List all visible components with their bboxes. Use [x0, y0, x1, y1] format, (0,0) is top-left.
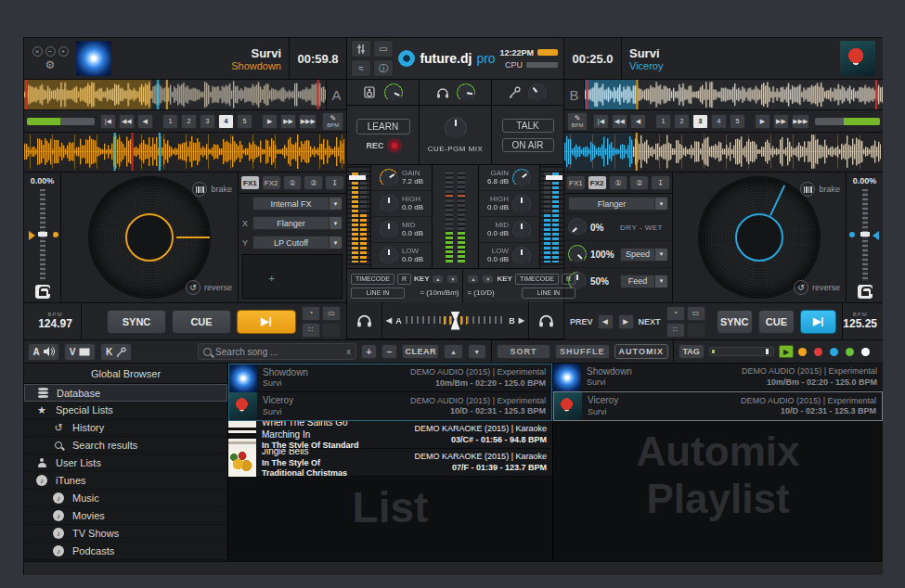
deck-b-time[interactable]: 00:25.0	[564, 38, 622, 79]
deck-b-rewind-button[interactable]: ◀◀	[612, 114, 627, 129]
deck-b-line-in-button[interactable]: LINE IN	[522, 288, 575, 299]
karaoke-mode-button[interactable]: K	[100, 343, 132, 361]
deck-a-timecode-button[interactable]: TIMECODE	[351, 274, 394, 285]
move-down-button[interactable]: ▼	[468, 344, 486, 359]
deck-b-overview-waveform[interactable]	[585, 80, 883, 109]
channel-b-high-knob[interactable]	[512, 195, 531, 213]
maximize-icon[interactable]: +	[58, 46, 69, 57]
deck-b-fx-slot1-tab[interactable]: ①	[609, 175, 628, 190]
deck-a-fx-slot1-tab[interactable]: ①	[283, 175, 303, 190]
deck-a-fx-xy-pad[interactable]: +	[242, 254, 343, 299]
deck-a-pitch-lock-icon[interactable]	[35, 285, 50, 299]
deck-a-fx2-tab[interactable]: FX2	[262, 175, 281, 190]
deck-b-key-up-button[interactable]: ▲	[467, 275, 479, 284]
screen-icon[interactable]: ▭	[687, 306, 705, 321]
deck-b-key-down-button[interactable]: ▼	[482, 275, 494, 284]
move-up-button[interactable]: ▲	[444, 344, 462, 359]
tag-button[interactable]: TAG	[679, 344, 705, 359]
deck-a-fx-slot2-tab[interactable]: ②	[304, 175, 323, 190]
headphone-volume-knob[interactable]	[457, 83, 475, 102]
clear-button[interactable]: CLEAR	[402, 344, 439, 359]
deck-b-reverse-button[interactable]: ↺ reverse	[794, 280, 840, 295]
preview-slider-thumb[interactable]	[766, 349, 769, 354]
sort-button[interactable]: SORT	[497, 344, 550, 359]
deck-a-key-up-button[interactable]: ▲	[432, 275, 444, 284]
deck-a-time[interactable]: 00:59.8	[289, 38, 346, 79]
color-tag-red[interactable]	[814, 348, 822, 356]
deck-b-timecode-r-button[interactable]: R	[562, 274, 575, 285]
deck-b-skip-start-button[interactable]: |◀	[593, 114, 609, 129]
deck-a-reverse-button[interactable]: ↺ reverse	[186, 280, 232, 295]
deck-b-hotcue-1[interactable]: 1	[655, 114, 671, 129]
audio-mode-button[interactable]: A	[28, 343, 59, 361]
deck-b-hotcue-5[interactable]: 5	[730, 114, 745, 129]
aux-blank-button[interactable]	[322, 323, 341, 338]
zoom-in-button[interactable]: +	[361, 344, 377, 359]
master-volume-knob[interactable]	[384, 83, 403, 102]
deck-b-fffwd-button[interactable]: ▶▶▶	[792, 114, 809, 129]
deck-a-bpm-tap-button[interactable]: ✎ BPM	[322, 112, 343, 131]
deck-a-fx-engine-dropdown[interactable]: Internal FX ▼	[252, 197, 343, 211]
color-tag-green[interactable]	[846, 348, 854, 356]
cue-pgm-knob[interactable]	[445, 117, 467, 139]
deck-a-pitch-handle[interactable]	[38, 232, 47, 236]
deck-b-fx-load-icon[interactable]: ↧	[651, 175, 670, 190]
deck-a-hotcue-4[interactable]: 4	[218, 114, 234, 129]
deck-a-play-button[interactable]: ▶|	[237, 310, 296, 334]
channel-b-mid-knob[interactable]	[512, 221, 531, 239]
crossfader-track[interactable]	[406, 314, 506, 327]
timer-icon[interactable]: ◔	[302, 306, 320, 321]
deck-b-hotcue-2[interactable]: 2	[674, 114, 690, 129]
automix-row-viceroy[interactable]: Viceroy Survi DEMO AUDIO (2015) | Experi…	[554, 392, 882, 420]
deck-b-fx-effect-dropdown[interactable]: Flanger ▼	[568, 197, 668, 211]
deck-b-bpm-tap-button[interactable]: ✎ BPM	[567, 112, 588, 131]
deck-b-sync-button[interactable]: SYNC	[717, 310, 753, 334]
deck-b-step-back-button[interactable]: ◀	[630, 114, 646, 129]
aux-blank-button[interactable]	[687, 323, 705, 338]
shuffle-button[interactable]: SHUFFLE	[555, 344, 609, 359]
deck-b-timecode-button[interactable]: TIMECODE	[515, 274, 559, 285]
deck-a-detail-waveform[interactable]	[24, 133, 344, 171]
zoom-out-button[interactable]: −	[381, 344, 397, 359]
grid-icon[interactable]: ∷	[666, 323, 685, 338]
video-mode-button[interactable]: V	[64, 343, 96, 361]
deck-a-fx-load-icon[interactable]: ↧	[325, 175, 344, 190]
deck-a-pitch-slider[interactable]	[35, 189, 50, 281]
deck-a-rewind-button[interactable]: ◀◀	[119, 114, 135, 129]
deck-b-play-button[interactable]: ▶|	[800, 310, 836, 334]
deck-a-hotcue-5[interactable]: 5	[237, 114, 252, 129]
deck-a-fx-y-dropdown[interactable]: LP Cutoff ▼	[252, 236, 343, 249]
deck-b-pitch-lock-icon[interactable]	[858, 285, 873, 299]
deck-b-fx-speed-dropdown[interactable]: Speed ▼	[620, 248, 668, 262]
deck-a-hotcue-3[interactable]: 3	[200, 114, 215, 129]
deck-a-fx1-tab[interactable]: FX1	[240, 175, 260, 190]
deck-b-hotcue-3[interactable]: 3	[692, 114, 708, 129]
sidebar-item-special-lists[interactable]: ★ Special Lists	[24, 402, 227, 419]
channel-a-fader-handle[interactable]	[349, 175, 366, 180]
grid-icon[interactable]: ∷	[302, 323, 320, 338]
channel-a-high-knob[interactable]	[380, 195, 398, 213]
screen-icon[interactable]: ▭	[322, 306, 341, 321]
deck-a-fffwd-button[interactable]: ▶▶▶	[299, 114, 317, 129]
sidebar-item-podcasts[interactable]: ♪ Podcasts	[24, 543, 227, 560]
talk-button[interactable]: TALK	[502, 119, 554, 133]
color-tag-orange[interactable]	[798, 348, 807, 356]
wave-view-icon[interactable]: ≈	[351, 59, 371, 77]
deck-a-cue-monitor-button[interactable]	[347, 302, 382, 339]
channel-a-mid-knob[interactable]	[380, 221, 398, 239]
info-icon[interactable]: ⓘ	[373, 59, 394, 77]
deck-a-timecode-r-button[interactable]: R	[397, 274, 411, 285]
deck-b-fx-feed-dropdown[interactable]: Feed ▼	[620, 275, 668, 288]
window-mode-icon[interactable]: ▭	[373, 40, 394, 58]
track-row-jingle-bells[interactable]: Jingle Bells In The Style Of Traditional…	[228, 449, 552, 477]
channel-a-fader[interactable]	[347, 165, 371, 268]
channel-a-low-knob[interactable]	[380, 247, 398, 265]
track-row-viceroy[interactable]: Viceroy Survi DEMO AUDIO (2015) | Experi…	[229, 392, 551, 420]
sidebar-item-movies[interactable]: ♪ Movies	[24, 507, 227, 525]
deck-b-cue-monitor-button[interactable]	[528, 302, 563, 339]
close-icon[interactable]: ×	[32, 46, 43, 57]
deck-b-prev-button[interactable]: ◀	[598, 314, 614, 329]
deck-a-line-in-button[interactable]: LINE IN	[351, 288, 405, 299]
deck-b-detail-waveform[interactable]	[564, 133, 881, 171]
automix-row-showdown[interactable]: Showdown Survi DEMO AUDIO (2015) | Exper…	[553, 364, 883, 391]
